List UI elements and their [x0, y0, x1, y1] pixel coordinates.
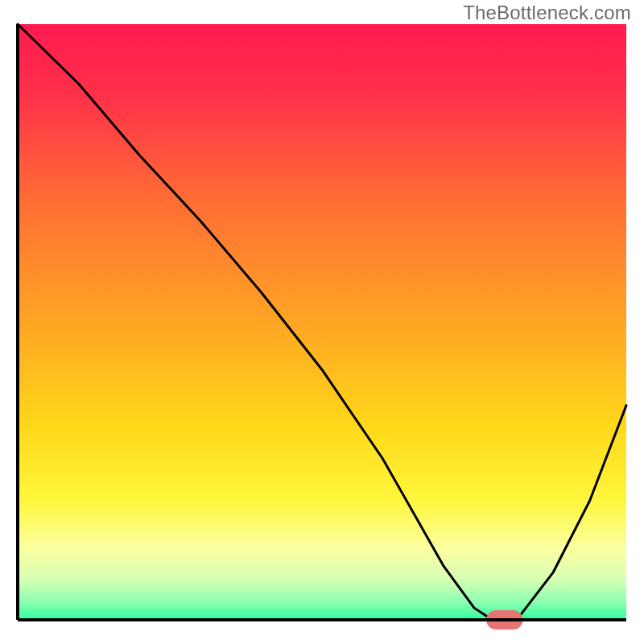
bottleneck-chart: [0, 0, 644, 644]
plot-area: [18, 24, 626, 620]
chart-container: TheBottleneck.com: [0, 0, 644, 644]
